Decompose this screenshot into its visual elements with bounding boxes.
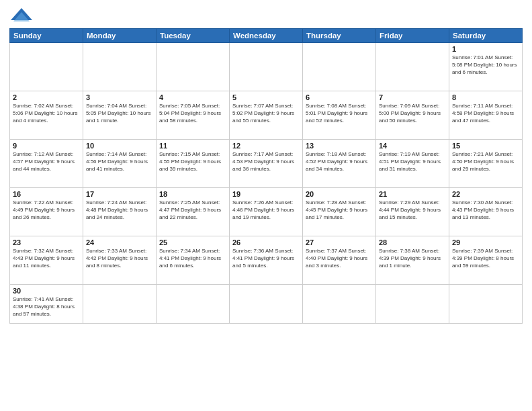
day-number: 28 bbox=[379, 238, 446, 246]
day-number: 10 bbox=[86, 142, 153, 150]
header bbox=[9, 7, 523, 26]
day-number: 12 bbox=[232, 142, 300, 150]
calendar-cell bbox=[230, 285, 303, 324]
calendar-cell: 10Sunrise: 7:14 AM Sunset: 4:56 PM Dayli… bbox=[83, 140, 157, 188]
calendar-cell: 25Sunrise: 7:34 AM Sunset: 4:41 PM Dayli… bbox=[157, 236, 230, 285]
calendar-cell: 26Sunrise: 7:36 AM Sunset: 4:41 PM Dayli… bbox=[230, 236, 303, 285]
day-number: 1 bbox=[452, 45, 519, 53]
week-row-3: 16Sunrise: 7:22 AM Sunset: 4:49 PM Dayli… bbox=[10, 188, 523, 236]
day-info: Sunrise: 7:30 AM Sunset: 4:43 PM Dayligh… bbox=[452, 199, 519, 221]
day-number: 15 bbox=[452, 142, 519, 150]
calendar-cell bbox=[449, 285, 523, 324]
day-number: 16 bbox=[13, 190, 80, 198]
week-row-2: 9Sunrise: 7:12 AM Sunset: 4:57 PM Daylig… bbox=[10, 140, 523, 188]
calendar-cell: 23Sunrise: 7:32 AM Sunset: 4:43 PM Dayli… bbox=[10, 236, 83, 285]
day-number: 24 bbox=[86, 238, 153, 246]
day-number: 3 bbox=[86, 93, 153, 101]
day-info: Sunrise: 7:22 AM Sunset: 4:49 PM Dayligh… bbox=[13, 199, 80, 221]
calendar-cell bbox=[83, 285, 157, 324]
logo bbox=[9, 7, 36, 26]
day-info: Sunrise: 7:25 AM Sunset: 4:47 PM Dayligh… bbox=[159, 199, 226, 221]
calendar-cell: 18Sunrise: 7:25 AM Sunset: 4:47 PM Dayli… bbox=[157, 188, 230, 236]
day-number: 29 bbox=[452, 238, 519, 246]
day-number: 6 bbox=[306, 93, 373, 101]
calendar-cell bbox=[157, 285, 230, 324]
weekday-header-thursday: Thursday bbox=[303, 29, 376, 43]
day-info: Sunrise: 7:02 AM Sunset: 5:06 PM Dayligh… bbox=[13, 103, 80, 124]
calendar-cell: 1Sunrise: 7:01 AM Sunset: 5:08 PM Daylig… bbox=[449, 43, 523, 91]
calendar-cell bbox=[230, 43, 303, 91]
day-number: 21 bbox=[379, 190, 446, 198]
day-info: Sunrise: 7:04 AM Sunset: 5:05 PM Dayligh… bbox=[86, 103, 153, 124]
calendar-cell: 14Sunrise: 7:19 AM Sunset: 4:51 PM Dayli… bbox=[376, 140, 449, 188]
day-info: Sunrise: 7:39 AM Sunset: 4:39 PM Dayligh… bbox=[452, 248, 519, 269]
day-info: Sunrise: 7:01 AM Sunset: 5:08 PM Dayligh… bbox=[452, 54, 519, 76]
page-container: SundayMondayTuesdayWednesdayThursdayFrid… bbox=[0, 0, 532, 328]
calendar-cell bbox=[303, 43, 376, 91]
calendar-cell: 4Sunrise: 7:05 AM Sunset: 5:04 PM Daylig… bbox=[157, 91, 230, 140]
calendar-cell bbox=[83, 43, 157, 91]
day-number: 25 bbox=[159, 238, 226, 246]
day-info: Sunrise: 7:28 AM Sunset: 4:45 PM Dayligh… bbox=[306, 199, 373, 221]
day-info: Sunrise: 7:29 AM Sunset: 4:44 PM Dayligh… bbox=[379, 199, 446, 221]
week-row-0: 1Sunrise: 7:01 AM Sunset: 5:08 PM Daylig… bbox=[10, 43, 523, 91]
day-info: Sunrise: 7:12 AM Sunset: 4:57 PM Dayligh… bbox=[13, 151, 80, 173]
calendar-cell bbox=[376, 43, 449, 91]
calendar-cell: 24Sunrise: 7:33 AM Sunset: 4:42 PM Dayli… bbox=[83, 236, 157, 285]
weekday-header-friday: Friday bbox=[376, 29, 449, 43]
day-info: Sunrise: 7:14 AM Sunset: 4:56 PM Dayligh… bbox=[86, 151, 153, 173]
day-info: Sunrise: 7:18 AM Sunset: 4:52 PM Dayligh… bbox=[306, 151, 373, 173]
day-info: Sunrise: 7:34 AM Sunset: 4:41 PM Dayligh… bbox=[159, 248, 226, 269]
day-number: 23 bbox=[13, 238, 80, 246]
calendar-cell: 11Sunrise: 7:15 AM Sunset: 4:55 PM Dayli… bbox=[157, 140, 230, 188]
day-info: Sunrise: 7:09 AM Sunset: 5:00 PM Dayligh… bbox=[379, 103, 446, 124]
day-number: 13 bbox=[306, 142, 373, 150]
calendar: SundayMondayTuesdayWednesdayThursdayFrid… bbox=[9, 28, 523, 324]
day-info: Sunrise: 7:17 AM Sunset: 4:53 PM Dayligh… bbox=[232, 151, 300, 173]
calendar-cell bbox=[10, 43, 83, 91]
week-row-5: 30Sunrise: 7:41 AM Sunset: 4:38 PM Dayli… bbox=[10, 285, 523, 324]
calendar-cell: 21Sunrise: 7:29 AM Sunset: 4:44 PM Dayli… bbox=[376, 188, 449, 236]
weekday-header-sunday: Sunday bbox=[10, 29, 83, 43]
day-number: 5 bbox=[232, 93, 300, 101]
day-number: 8 bbox=[452, 93, 519, 101]
day-info: Sunrise: 7:37 AM Sunset: 4:40 PM Dayligh… bbox=[306, 248, 373, 269]
calendar-cell: 22Sunrise: 7:30 AM Sunset: 4:43 PM Dayli… bbox=[449, 188, 523, 236]
week-row-1: 2Sunrise: 7:02 AM Sunset: 5:06 PM Daylig… bbox=[10, 91, 523, 140]
weekday-header-tuesday: Tuesday bbox=[157, 29, 230, 43]
day-number: 9 bbox=[13, 142, 80, 150]
day-number: 14 bbox=[379, 142, 446, 150]
calendar-cell bbox=[303, 285, 376, 324]
day-info: Sunrise: 7:05 AM Sunset: 5:04 PM Dayligh… bbox=[159, 103, 226, 124]
day-number: 2 bbox=[13, 93, 80, 101]
day-info: Sunrise: 7:11 AM Sunset: 4:58 PM Dayligh… bbox=[452, 103, 519, 124]
calendar-cell: 3Sunrise: 7:04 AM Sunset: 5:05 PM Daylig… bbox=[83, 91, 157, 140]
day-info: Sunrise: 7:07 AM Sunset: 5:02 PM Dayligh… bbox=[232, 103, 300, 124]
calendar-cell: 28Sunrise: 7:38 AM Sunset: 4:39 PM Dayli… bbox=[376, 236, 449, 285]
day-number: 18 bbox=[159, 190, 226, 198]
weekday-header-monday: Monday bbox=[83, 29, 157, 43]
calendar-cell bbox=[157, 43, 230, 91]
calendar-cell bbox=[376, 285, 449, 324]
weekday-header-row: SundayMondayTuesdayWednesdayThursdayFrid… bbox=[10, 29, 523, 43]
calendar-cell: 19Sunrise: 7:26 AM Sunset: 4:46 PM Dayli… bbox=[230, 188, 303, 236]
weekday-header-wednesday: Wednesday bbox=[230, 29, 303, 43]
day-number: 19 bbox=[232, 190, 300, 198]
day-number: 4 bbox=[159, 93, 226, 101]
day-number: 17 bbox=[86, 190, 153, 198]
day-info: Sunrise: 7:38 AM Sunset: 4:39 PM Dayligh… bbox=[379, 248, 446, 269]
day-number: 30 bbox=[13, 287, 80, 295]
calendar-cell: 20Sunrise: 7:28 AM Sunset: 4:45 PM Dayli… bbox=[303, 188, 376, 236]
day-info: Sunrise: 7:21 AM Sunset: 4:50 PM Dayligh… bbox=[452, 151, 519, 173]
calendar-cell: 15Sunrise: 7:21 AM Sunset: 4:50 PM Dayli… bbox=[449, 140, 523, 188]
calendar-cell: 27Sunrise: 7:37 AM Sunset: 4:40 PM Dayli… bbox=[303, 236, 376, 285]
day-info: Sunrise: 7:24 AM Sunset: 4:48 PM Dayligh… bbox=[86, 199, 153, 221]
calendar-cell: 17Sunrise: 7:24 AM Sunset: 4:48 PM Dayli… bbox=[83, 188, 157, 236]
day-number: 7 bbox=[379, 93, 446, 101]
day-number: 27 bbox=[306, 238, 373, 246]
calendar-cell: 9Sunrise: 7:12 AM Sunset: 4:57 PM Daylig… bbox=[10, 140, 83, 188]
calendar-cell: 13Sunrise: 7:18 AM Sunset: 4:52 PM Dayli… bbox=[303, 140, 376, 188]
week-row-4: 23Sunrise: 7:32 AM Sunset: 4:43 PM Dayli… bbox=[10, 236, 523, 285]
day-info: Sunrise: 7:41 AM Sunset: 4:38 PM Dayligh… bbox=[13, 296, 80, 318]
calendar-cell: 30Sunrise: 7:41 AM Sunset: 4:38 PM Dayli… bbox=[10, 285, 83, 324]
